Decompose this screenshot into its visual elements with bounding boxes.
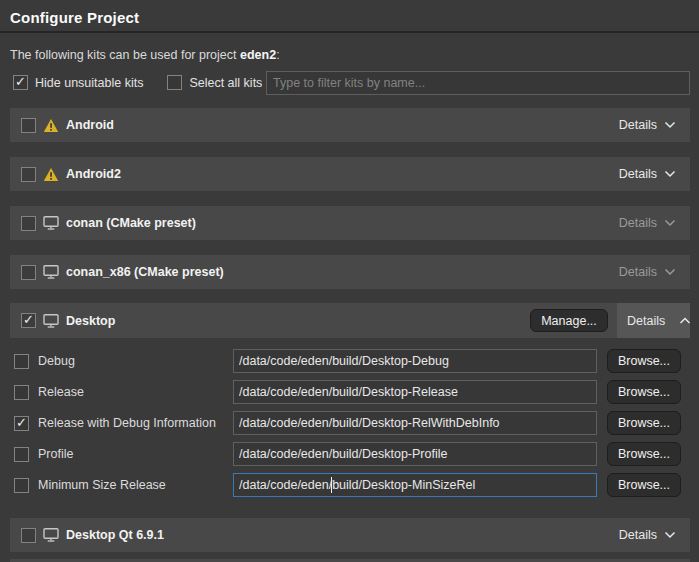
kit-row-android2[interactable]: Android2 Details bbox=[10, 157, 690, 191]
kit-name: Android2 bbox=[66, 167, 121, 181]
details-toggle[interactable]: Details bbox=[605, 518, 690, 552]
build-dir-input[interactable] bbox=[233, 411, 597, 435]
desktop-icon bbox=[43, 216, 59, 230]
kit-row-android[interactable]: Android Details bbox=[10, 108, 690, 142]
hide-unsuitable-checkbox-box[interactable] bbox=[13, 75, 28, 90]
details-label: Details bbox=[619, 216, 657, 230]
kit-name: conan_x86 (CMake preset) bbox=[66, 265, 224, 279]
kit-name: Android bbox=[66, 118, 114, 132]
config-checkbox[interactable] bbox=[14, 385, 29, 400]
browse-button[interactable]: Browse... bbox=[607, 473, 681, 497]
manage-kits-button[interactable]: Manage... bbox=[530, 309, 608, 332]
build-config-row-minsizerel: Minimum Size Release Browse... bbox=[10, 473, 690, 497]
details-label: Details bbox=[619, 528, 657, 542]
kit-checkbox[interactable] bbox=[21, 216, 36, 231]
kit-row-conan-x86[interactable]: conan_x86 (CMake preset) Details bbox=[10, 255, 690, 289]
config-checkbox[interactable] bbox=[14, 416, 29, 431]
config-checkbox[interactable] bbox=[14, 447, 29, 462]
build-dir-input[interactable] bbox=[233, 442, 597, 466]
warning-icon bbox=[43, 167, 59, 182]
browse-button[interactable]: Browse... bbox=[607, 349, 681, 373]
kit-checkbox[interactable] bbox=[21, 313, 36, 328]
build-dir-input-focused[interactable] bbox=[233, 473, 597, 497]
config-label: Minimum Size Release bbox=[38, 478, 166, 492]
details-toggle: Details bbox=[605, 255, 690, 289]
kit-name: Desktop bbox=[66, 314, 115, 328]
build-dir-input[interactable] bbox=[233, 349, 597, 373]
subtitle-prefix: The following kits can be used for proje… bbox=[10, 48, 240, 62]
config-checkbox[interactable] bbox=[14, 478, 29, 493]
build-config-row-release: Release Browse... bbox=[10, 380, 690, 404]
kit-checkbox[interactable] bbox=[21, 167, 36, 182]
hide-unsuitable-kits-checkbox[interactable]: Hide unsuitable kits bbox=[13, 75, 143, 90]
browse-button[interactable]: Browse... bbox=[607, 380, 681, 404]
kit-row-conan[interactable]: conan (CMake preset) Details bbox=[10, 206, 690, 240]
desktop-icon bbox=[43, 265, 59, 279]
subtitle-suffix: : bbox=[276, 48, 279, 62]
config-label: Debug bbox=[38, 354, 75, 368]
chevron-down-icon bbox=[664, 219, 676, 227]
chevron-down-icon bbox=[664, 121, 676, 129]
config-label: Release with Debug Information bbox=[38, 416, 216, 430]
desktop-icon bbox=[43, 528, 59, 542]
build-config-row-relwithdebinfo: Release with Debug Information Browse... bbox=[10, 411, 690, 435]
config-label: Release bbox=[38, 385, 84, 399]
browse-button[interactable]: Browse... bbox=[607, 442, 681, 466]
details-toggle[interactable]: Details bbox=[605, 157, 690, 191]
select-all-checkbox-box[interactable] bbox=[167, 75, 182, 90]
details-label: Details bbox=[619, 167, 657, 181]
warning-icon bbox=[43, 118, 59, 133]
kit-name: Desktop Qt 6.9.1 bbox=[66, 528, 164, 542]
details-toggle[interactable]: Details bbox=[617, 303, 690, 338]
config-label: Profile bbox=[38, 447, 73, 461]
select-all-label: Select all kits bbox=[189, 76, 262, 90]
browse-button[interactable]: Browse... bbox=[607, 411, 681, 435]
text-cursor bbox=[331, 477, 332, 493]
desktop-icon bbox=[43, 314, 59, 328]
select-all-kits-checkbox[interactable]: Select all kits bbox=[167, 75, 262, 90]
kit-row-desktop-qt[interactable]: Desktop Qt 6.9.1 Details bbox=[10, 518, 690, 552]
build-config-row-debug: Debug Browse... bbox=[10, 349, 690, 373]
config-checkbox[interactable] bbox=[14, 354, 29, 369]
page-title: Configure Project bbox=[10, 9, 139, 26]
build-config-row-profile: Profile Browse... bbox=[10, 442, 690, 466]
build-dir-input[interactable] bbox=[233, 380, 597, 404]
chevron-down-icon bbox=[664, 170, 676, 178]
details-toggle[interactable]: Details bbox=[605, 108, 690, 142]
kit-row-desktop[interactable]: Desktop Manage... Details bbox=[10, 303, 690, 338]
details-label: Details bbox=[627, 314, 665, 328]
configure-project-page: Configure Project The following kits can… bbox=[0, 0, 699, 562]
subtitle-project-name: eden2 bbox=[240, 48, 276, 62]
kit-filter-input[interactable] bbox=[266, 71, 690, 95]
chevron-up-icon bbox=[679, 317, 691, 325]
kit-checkbox[interactable] bbox=[21, 265, 36, 280]
hide-unsuitable-label: Hide unsuitable kits bbox=[35, 76, 143, 90]
kit-checkbox[interactable] bbox=[21, 118, 36, 133]
title-separator bbox=[0, 31, 699, 33]
details-label: Details bbox=[619, 265, 657, 279]
chevron-down-icon bbox=[664, 531, 676, 539]
chevron-down-icon bbox=[664, 268, 676, 276]
details-label: Details bbox=[619, 118, 657, 132]
kit-checkbox[interactable] bbox=[21, 528, 36, 543]
details-toggle: Details bbox=[605, 206, 690, 240]
kit-filter-controls: Hide unsuitable kits Select all kits bbox=[13, 75, 262, 90]
kits-subtitle: The following kits can be used for proje… bbox=[10, 48, 280, 62]
kit-name: conan (CMake preset) bbox=[66, 216, 196, 230]
